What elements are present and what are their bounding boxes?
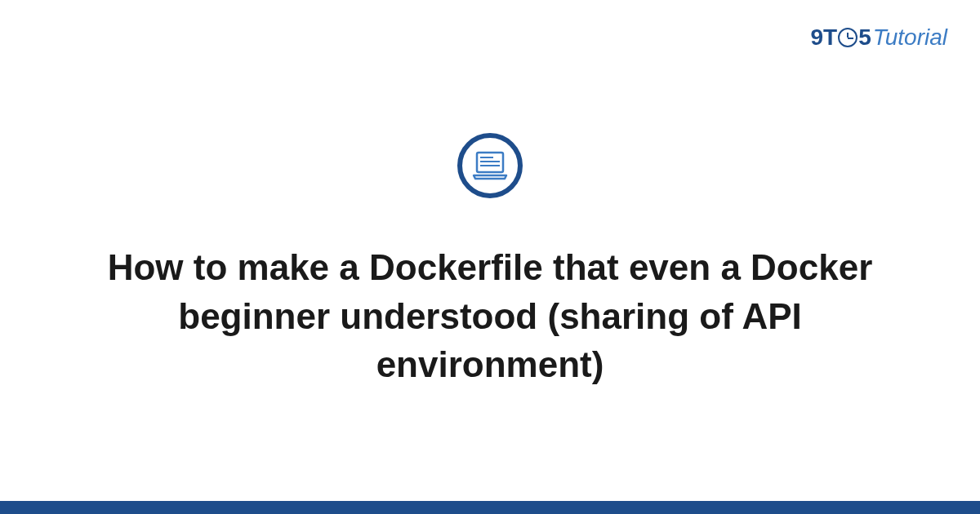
clock-icon bbox=[838, 28, 858, 47]
article-icon-circle bbox=[457, 133, 523, 198]
main-content: How to make a Dockerfile that even a Doc… bbox=[0, 0, 980, 514]
brand-text-tutorial: Tutorial bbox=[873, 24, 947, 51]
brand-text-9t: 9T bbox=[810, 24, 837, 51]
brand-text-5: 5 bbox=[858, 24, 871, 51]
laptop-icon bbox=[472, 151, 508, 180]
brand-logo: 9T 5 Tutorial bbox=[810, 24, 947, 51]
article-title: How to make a Dockerfile that even a Doc… bbox=[98, 243, 882, 388]
footer-accent-bar bbox=[0, 501, 980, 514]
